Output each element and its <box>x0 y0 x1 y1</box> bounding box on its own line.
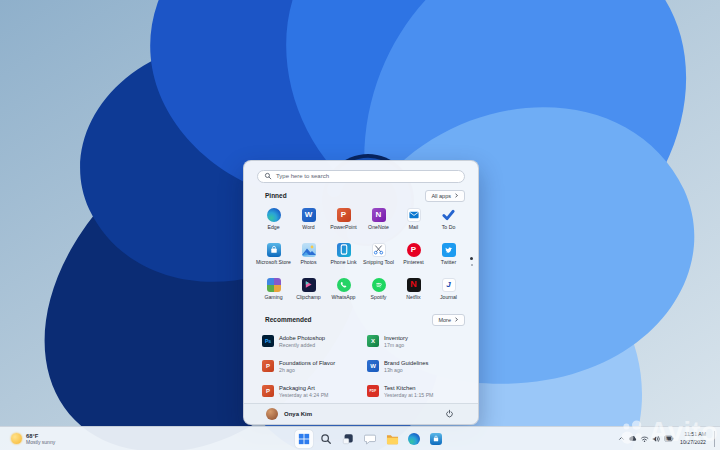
pinned-app-spotify[interactable]: Spotify <box>361 276 396 307</box>
app-label: Snipping Tool <box>363 259 394 265</box>
pdf-glyph: PDF <box>370 390 377 393</box>
photoshop-glyph: Ps <box>265 339 271 344</box>
windows-logo-icon <box>298 433 310 445</box>
app-label: To Do <box>442 224 456 230</box>
recommended-title: Packaging Art <box>279 385 328 391</box>
pinned-app-edge[interactable]: Edge <box>256 206 291 237</box>
all-apps-label: All apps <box>431 193 451 199</box>
file-explorer-button[interactable] <box>383 430 401 448</box>
pinned-apps-grid: Edge W Word P PowerPoint N OneNote Mail … <box>244 202 478 307</box>
recommended-item-brand-guidelines[interactable]: W Brand Guidelines 13h ago <box>363 355 468 378</box>
app-label: Edge <box>267 224 279 230</box>
photos-icon <box>302 243 316 257</box>
pinned-app-powerpoint[interactable]: P PowerPoint <box>326 206 361 237</box>
recommended-title: Brand Guidelines <box>384 360 428 366</box>
app-label: Twitter <box>441 259 456 265</box>
weather-condition: Mostly sunny <box>26 439 55 445</box>
file-explorer-folder-icon <box>386 433 399 445</box>
search-input[interactable]: Type here to search <box>257 170 465 183</box>
journal-icon: J <box>442 278 456 292</box>
pinned-app-gaming[interactable]: Gaming <box>256 276 291 307</box>
edge-icon <box>408 433 420 445</box>
pinned-app-microsoft-store[interactable]: Microsoft Store <box>256 241 291 272</box>
pinned-app-journal[interactable]: J Journal <box>431 276 466 307</box>
recommended-section-title: Recommended <box>265 316 312 323</box>
netflix-glyph: N <box>410 280 417 289</box>
pinned-app-twitter[interactable]: Twitter <box>431 241 466 272</box>
battery-icon <box>664 435 674 442</box>
pinned-app-whatsapp[interactable]: WhatsApp <box>326 276 361 307</box>
snipping-tool-icon <box>372 243 386 257</box>
pinned-app-onenote[interactable]: N OneNote <box>361 206 396 237</box>
all-apps-button[interactable]: All apps <box>425 190 465 202</box>
pinned-pagination-dots[interactable] <box>470 257 473 266</box>
power-button[interactable] <box>443 407 456 420</box>
clock-date: 10/27/2022 <box>680 439 706 446</box>
taskbar-center-icons <box>295 427 445 450</box>
recommended-item-inventory[interactable]: X Inventory 17m ago <box>363 330 468 353</box>
chat-button[interactable] <box>361 430 379 448</box>
twitter-icon <box>442 243 456 257</box>
recommended-item-foundations-of-flavor[interactable]: P Foundations of Flavor 2h ago <box>258 355 363 378</box>
task-view-button[interactable] <box>339 430 357 448</box>
recommended-title: Adobe Photoshop <box>279 335 325 341</box>
photoshop-icon: Ps <box>262 335 274 347</box>
page-dot-next[interactable] <box>471 264 473 266</box>
pdf-icon: PDF <box>367 385 379 397</box>
chevron-up-icon <box>618 435 625 442</box>
pinned-app-word[interactable]: W Word <box>291 206 326 237</box>
powerpoint-glyph: P <box>266 363 270 369</box>
powerpoint-icon: P <box>262 385 274 397</box>
edge-icon <box>267 208 281 222</box>
app-label: Phone Link <box>331 259 357 265</box>
pinned-app-pinterest[interactable]: P Pinterest <box>396 241 431 272</box>
more-button[interactable]: More <box>432 314 465 326</box>
onedrive-tray-button[interactable] <box>628 435 637 442</box>
hidden-icons-button[interactable] <box>618 435 625 442</box>
app-label: OneNote <box>368 224 389 230</box>
volume-tray-button[interactable] <box>652 435 661 443</box>
pinned-app-photos[interactable]: Photos <box>291 241 326 272</box>
power-icon <box>445 409 454 418</box>
wifi-icon <box>640 435 649 443</box>
recommended-item-adobe-photoshop[interactable]: Ps Adobe Photoshop Recently added <box>258 330 363 353</box>
recommended-subtitle: Yesterday at 4:24 PM <box>279 392 328 398</box>
pinned-app-mail[interactable]: Mail <box>396 206 431 237</box>
recommended-title: Inventory <box>384 335 408 341</box>
chat-bubble-icon <box>364 433 376 445</box>
app-label: Photos <box>300 259 316 265</box>
clock-button[interactable]: 11:51 AM 10/27/2022 <box>677 431 709 445</box>
battery-tray-button[interactable] <box>664 435 674 442</box>
app-label: Mail <box>409 224 419 230</box>
spotify-icon <box>372 278 386 292</box>
recommended-subtitle: 13h ago <box>384 367 428 373</box>
recommended-grid: Ps Adobe Photoshop Recently added X Inve… <box>244 326 478 403</box>
pinned-app-phone-link[interactable]: Phone Link <box>326 241 361 272</box>
microsoft-store-icon <box>430 433 442 445</box>
avatar <box>266 408 278 420</box>
edge-taskbar-button[interactable] <box>405 430 423 448</box>
whatsapp-icon <box>337 278 351 292</box>
pinned-app-todo[interactable]: To Do <box>431 206 466 237</box>
network-tray-button[interactable] <box>640 435 649 443</box>
weather-widget-button[interactable]: 68°F Mostly sunny <box>6 427 60 450</box>
recommended-subtitle: 2h ago <box>279 367 335 373</box>
page-dot-current[interactable] <box>470 257 473 260</box>
start-menu-footer: Onya Kim <box>244 403 478 424</box>
recommended-item-test-kitchen[interactable]: PDF Test Kitchen Yesterday at 1:15 PM <box>363 380 468 403</box>
microsoft-store-taskbar-button[interactable] <box>427 430 445 448</box>
user-profile-button[interactable]: Onya Kim <box>266 408 312 420</box>
search-icon <box>320 433 332 445</box>
start-button[interactable] <box>295 430 313 448</box>
pinned-app-netflix[interactable]: N Netflix <box>396 276 431 307</box>
show-desktop-button[interactable] <box>714 431 716 447</box>
pinterest-glyph: P <box>411 246 416 254</box>
app-label: PowerPoint <box>330 224 357 230</box>
recommended-subtitle: Yesterday at 1:15 PM <box>384 392 433 398</box>
pinned-app-snipping-tool[interactable]: Snipping Tool <box>361 241 396 272</box>
taskbar-search-button[interactable] <box>317 430 335 448</box>
clipchamp-icon <box>302 278 316 292</box>
pinned-app-clipchamp[interactable]: Clipchamp <box>291 276 326 307</box>
search-icon <box>264 172 272 180</box>
recommended-item-packaging-art[interactable]: P Packaging Art Yesterday at 4:24 PM <box>258 380 363 403</box>
